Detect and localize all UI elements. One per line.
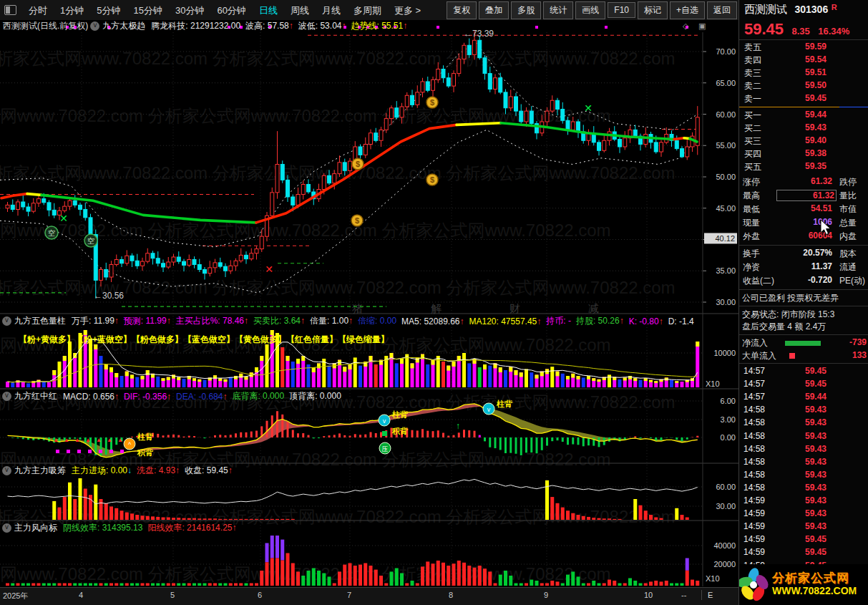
svg-text:分析家公式网www.70822.com 分析家公式网www.: 分析家公式网www.70822.com 分析家公式网www.70822.com … <box>0 564 611 584</box>
timeframe-月线[interactable]: 月线 <box>316 5 347 16</box>
indicator-field: 倍量: 1.00↑ <box>310 315 353 327</box>
pane-icon[interactable]: ▣ <box>698 21 706 31</box>
divider <box>739 245 868 246</box>
panel-name[interactable]: 九方红中红 <box>14 390 57 402</box>
up-arrow-icon: ↑ <box>114 316 119 326</box>
toolbar-button-F10[interactable]: F10 <box>608 2 635 18</box>
panel-name[interactable]: 九方主力吸筹 <box>14 465 66 477</box>
quote-panel: 西测测试 301306 R 59.45 8.35 16.34% 卖五59.59卖… <box>738 0 868 605</box>
toolbar-button-叠加[interactable]: 叠加 <box>479 1 509 19</box>
toolbar-button-复权[interactable]: 复权 <box>447 1 477 19</box>
svg-text:30.00: 30.00 <box>716 502 736 510</box>
svg-text:35.00: 35.00 <box>716 266 736 275</box>
toolbar-button-标记[interactable]: 标记 <box>638 1 668 19</box>
window-split-icon[interactable] <box>4 5 16 15</box>
money-bag-icon: $ <box>426 174 438 185</box>
expand-button[interactable]: E <box>701 590 713 600</box>
svg-text:▲: ▲ <box>96 437 102 443</box>
svg-text:45.00: 45.00 <box>716 204 736 213</box>
toolbar-button-画线[interactable]: 画线 <box>575 1 605 19</box>
indicator-field: 阴线效率: 314395.13 <box>63 522 142 534</box>
price-change: 8.35 <box>792 26 810 37</box>
x-marker: ✕ <box>265 263 273 275</box>
chart-area[interactable]: 分析家公式网www.70822.com 分析家公式网www.70822.com … <box>0 20 738 605</box>
svg-text:▲: ▲ <box>107 437 112 443</box>
kong-marker: 空 <box>45 226 58 239</box>
svg-text:X10: X10 <box>706 379 720 388</box>
svg-text:60.00: 60.00 <box>716 483 736 491</box>
indicator-field: 波高: 57.58↑ <box>245 21 293 31</box>
date-axis-label: 5 <box>170 591 175 599</box>
svg-text:30.00: 30.00 <box>716 298 736 306</box>
svg-text:压: 压 <box>382 445 389 452</box>
volume-panel-header: ˅九方五色量柱万手: 11.99↑预测: 11.99↑主买占比%: 78.46↑… <box>0 315 738 327</box>
svg-text:←30.56: ←30.56 <box>94 291 124 301</box>
flower-logo-icon <box>738 566 772 604</box>
svg-text:20000: 20000 <box>713 560 736 568</box>
timeframe-日线[interactable]: 日线 <box>253 5 284 16</box>
date-axis-label: 10 <box>644 591 653 599</box>
indicator-field: MACD: 0.656↑ <box>63 392 119 402</box>
orderbook-separator <box>739 107 868 108</box>
site-logo[interactable]: 分析家公式网 WWW.70822.COM <box>738 564 868 605</box>
logo-site-name: 分析家公式网 <box>772 572 857 586</box>
timeframe-30分钟[interactable]: 30分钟 <box>169 5 210 16</box>
price-change-pct: 16.34% <box>818 26 849 37</box>
date-axis-label: 8 <box>449 591 453 599</box>
chevron-down-icon[interactable]: ˅ <box>2 392 11 401</box>
panel-name[interactable]: 九方五色量柱 <box>14 315 66 327</box>
svg-text:▲: ▲ <box>64 437 69 443</box>
indicator-field: 收盘: 59.45↑ <box>185 465 233 477</box>
chevron-down-icon[interactable]: ˅ <box>2 466 11 475</box>
diamond-icon[interactable]: ◇ <box>683 21 688 31</box>
money-bag-icon: $ <box>351 215 363 226</box>
macd-signal-badge: 压 <box>379 442 391 454</box>
up-arrow-icon: ↑ <box>228 465 233 475</box>
toolbar-button-多股[interactable]: 多股 <box>511 1 541 19</box>
timeframe-5分钟[interactable]: 5分钟 <box>90 5 127 16</box>
svg-text:$: $ <box>355 216 359 225</box>
svg-text:v: v <box>487 406 491 413</box>
date-axis-label: 9 <box>544 591 548 599</box>
last-price: 59.45 <box>744 20 784 38</box>
timeframe-分时[interactable]: 分时 <box>22 5 54 16</box>
toolbar-button-返回[interactable]: 返回 <box>707 1 737 19</box>
panel-name[interactable]: 主力风向标 <box>14 522 57 534</box>
indicator-field: 主力进场: 0.00↓ <box>72 465 132 477</box>
chevron-down-icon[interactable]: ˅ <box>2 523 11 533</box>
registered-flag: R <box>832 3 837 11</box>
logo-site-url: WWW.70822.COM <box>772 586 857 596</box>
toolbar-button-统计[interactable]: 统计 <box>543 1 573 19</box>
indicator-name[interactable]: 九方太极趋 <box>102 20 145 32</box>
up-arrow-icon: ↑ <box>348 316 353 326</box>
down-arrow-icon: ↓ <box>127 465 132 475</box>
svg-text:▲: ▲ <box>117 437 123 443</box>
chevron-down-icon[interactable]: ˅ <box>90 21 99 31</box>
x-marker: ✕ <box>584 102 593 114</box>
svg-text:柱背: 柱背 <box>391 410 409 419</box>
indicator-field: MA120: 47557.45↑ <box>469 316 542 326</box>
up-arrow-icon: ↑ <box>167 316 171 326</box>
timeframe-60分钟[interactable]: 60分钟 <box>210 5 252 16</box>
indicator-field: 主买占比%: 78.46↑ <box>176 315 248 327</box>
chevron-down-icon[interactable]: ˅ <box>2 316 11 326</box>
timeframe-items: 分时1分钟5分钟15分钟30分钟60分钟日线周线月线多周期更多 > <box>22 4 427 17</box>
svg-text:$: $ <box>430 175 434 184</box>
date-axis[interactable]: E 2025年45678910-- <box>0 587 738 605</box>
price-row: 59.45 8.35 16.34% <box>744 20 868 39</box>
svg-text:10000: 10000 <box>713 349 736 357</box>
timeframe-多周期[interactable]: 多周期 <box>347 5 388 16</box>
timeframe-1分钟[interactable]: 1分钟 <box>54 5 90 16</box>
indicator-field: 腾龙科技: 21291232.00 <box>151 21 240 31</box>
timeframe-15分钟[interactable]: 15分钟 <box>127 5 168 16</box>
timeframe-更多 >[interactable]: 更多 > <box>388 5 427 16</box>
date-axis-label: 4 <box>79 591 83 599</box>
svg-text:▲: ▲ <box>85 437 91 443</box>
up-arrow-icon: ↑ <box>659 316 663 326</box>
toolbar-button-+自选[interactable]: +自选 <box>670 1 705 19</box>
chart-canvas[interactable]: 分析家公式网www.70822.com 分析家公式网www.70822.com … <box>0 20 738 605</box>
indicator-field: 阳线效率: 2141614.25↑ <box>147 522 236 534</box>
timeframe-周线[interactable]: 周线 <box>284 5 316 16</box>
date-axis-label: -- <box>681 591 686 599</box>
indicator-field: 洗盘: 4.93↑ <box>137 465 180 477</box>
